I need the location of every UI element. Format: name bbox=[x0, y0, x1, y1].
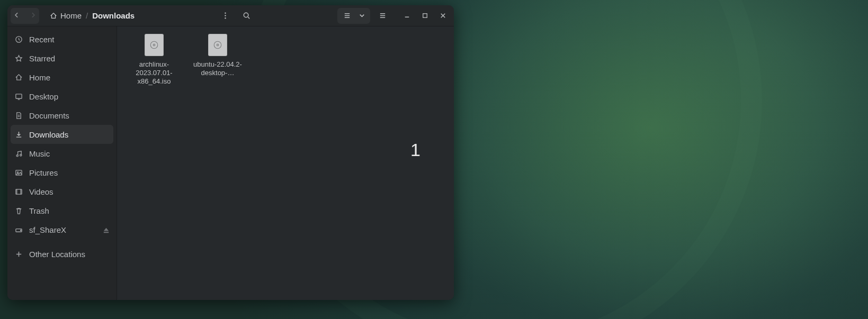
list-icon bbox=[343, 12, 351, 20]
sidebar-item-home[interactable]: Home bbox=[7, 68, 117, 87]
sidebar-item-documents[interactable]: Documents bbox=[7, 106, 117, 125]
sidebar-item-label: Music bbox=[29, 149, 50, 158]
maximize-button[interactable] bbox=[417, 8, 433, 24]
plus-icon bbox=[15, 250, 23, 258]
breadcrumb-home-label: Home bbox=[60, 11, 82, 20]
sidebar-item-label: Recent bbox=[29, 35, 55, 44]
chevron-down-icon bbox=[358, 12, 366, 20]
kebab-icon bbox=[221, 12, 229, 20]
drive-icon bbox=[15, 226, 23, 234]
svg-point-7 bbox=[16, 154, 18, 156]
clock-icon bbox=[15, 35, 23, 43]
sidebar-item-label: Pictures bbox=[29, 168, 58, 177]
view-mode-button[interactable] bbox=[341, 8, 353, 24]
sidebar-item-recent[interactable]: Recent bbox=[7, 30, 117, 49]
home-icon bbox=[15, 74, 23, 81]
breadcrumb-home[interactable]: Home bbox=[50, 11, 82, 20]
search-icon bbox=[243, 12, 250, 20]
trash-icon bbox=[15, 207, 23, 215]
svg-point-2 bbox=[225, 17, 226, 19]
svg-point-17 bbox=[217, 44, 218, 45]
sidebar-item-label: Downloads bbox=[29, 130, 68, 139]
view-controls bbox=[337, 8, 370, 24]
video-icon bbox=[15, 188, 23, 196]
breadcrumb-separator: / bbox=[86, 11, 88, 20]
file-label: ubuntu-22.04.2-desktop-… bbox=[191, 60, 244, 77]
sidebar-item-label: Documents bbox=[29, 111, 69, 120]
svg-point-8 bbox=[20, 154, 22, 156]
close-button[interactable] bbox=[435, 8, 451, 24]
maximize-icon bbox=[421, 12, 429, 20]
sidebar-item-videos[interactable]: Videos bbox=[7, 182, 117, 201]
forward-button[interactable] bbox=[30, 12, 37, 20]
sidebar-item-starred[interactable]: Starred bbox=[7, 49, 117, 68]
file-label: archlinux-2023.07.01-x86_64.iso bbox=[128, 60, 181, 86]
sidebar-item-label: Trash bbox=[29, 206, 49, 215]
disc-image-icon bbox=[145, 34, 164, 56]
music-icon bbox=[15, 150, 23, 158]
svg-point-3 bbox=[244, 13, 248, 17]
hamburger-icon bbox=[379, 12, 387, 20]
sidebar-item-label: Other Locations bbox=[29, 250, 85, 259]
eject-button[interactable] bbox=[102, 226, 109, 233]
sidebar-item-trash[interactable]: Trash bbox=[7, 201, 117, 220]
disc-image-icon bbox=[208, 34, 227, 56]
svg-point-10 bbox=[17, 171, 19, 172]
svg-point-14 bbox=[150, 41, 158, 49]
breadcrumb: Home / Downloads bbox=[50, 11, 135, 20]
sidebar-item-music[interactable]: Music bbox=[7, 144, 117, 163]
sidebar-item-pictures[interactable]: Pictures bbox=[7, 163, 117, 182]
svg-point-16 bbox=[214, 41, 221, 49]
file-item[interactable]: archlinux-2023.07.01-x86_64.iso bbox=[123, 34, 185, 86]
svg-point-0 bbox=[225, 13, 226, 14]
minimize-button[interactable] bbox=[399, 8, 415, 24]
file-view[interactable]: archlinux-2023.07.01-x86_64.isoubuntu-22… bbox=[117, 26, 454, 300]
file-item[interactable]: ubuntu-22.04.2-desktop-… bbox=[187, 34, 248, 86]
sidebar-item-other-locations[interactable]: Other Locations bbox=[7, 244, 117, 263]
sidebar-item-label: Desktop bbox=[29, 92, 58, 101]
headerbar: Home / Downloads bbox=[7, 5, 454, 26]
svg-point-13 bbox=[21, 230, 22, 231]
minimize-icon bbox=[403, 12, 411, 20]
svg-point-15 bbox=[153, 44, 155, 45]
sidebar-item-sf_sharex[interactable]: sf_ShareX bbox=[7, 220, 117, 239]
star-icon bbox=[15, 54, 23, 62]
breadcrumb-current[interactable]: Downloads bbox=[92, 11, 135, 20]
nav-back-forward bbox=[11, 8, 39, 24]
file-manager-window: Home / Downloads bbox=[7, 5, 454, 300]
sidebar-item-downloads[interactable]: Downloads bbox=[11, 125, 113, 144]
picture-icon bbox=[15, 169, 23, 177]
desktop-icon bbox=[15, 93, 23, 101]
folder-menu-button[interactable] bbox=[217, 8, 235, 24]
sidebar-item-desktop[interactable]: Desktop bbox=[7, 87, 117, 106]
svg-rect-4 bbox=[423, 14, 427, 18]
svg-point-1 bbox=[225, 15, 226, 16]
hamburger-menu-button[interactable] bbox=[373, 8, 391, 24]
sidebar-item-label: Starred bbox=[29, 54, 55, 63]
sidebar-item-label: Videos bbox=[29, 187, 53, 196]
view-options-dropdown[interactable] bbox=[356, 8, 367, 24]
search-button[interactable] bbox=[238, 8, 256, 24]
svg-rect-6 bbox=[16, 94, 22, 98]
home-icon bbox=[50, 12, 57, 20]
down-icon bbox=[15, 131, 23, 139]
close-icon bbox=[439, 12, 447, 20]
doc-icon bbox=[15, 112, 23, 120]
sidebar: RecentStarredHomeDesktopDocumentsDownloa… bbox=[7, 26, 117, 300]
window-controls bbox=[399, 8, 451, 24]
back-button[interactable] bbox=[13, 12, 20, 20]
workspace-indicator: 1 bbox=[410, 140, 420, 160]
sidebar-item-label: sf_ShareX bbox=[29, 225, 66, 234]
sidebar-item-label: Home bbox=[29, 73, 50, 82]
